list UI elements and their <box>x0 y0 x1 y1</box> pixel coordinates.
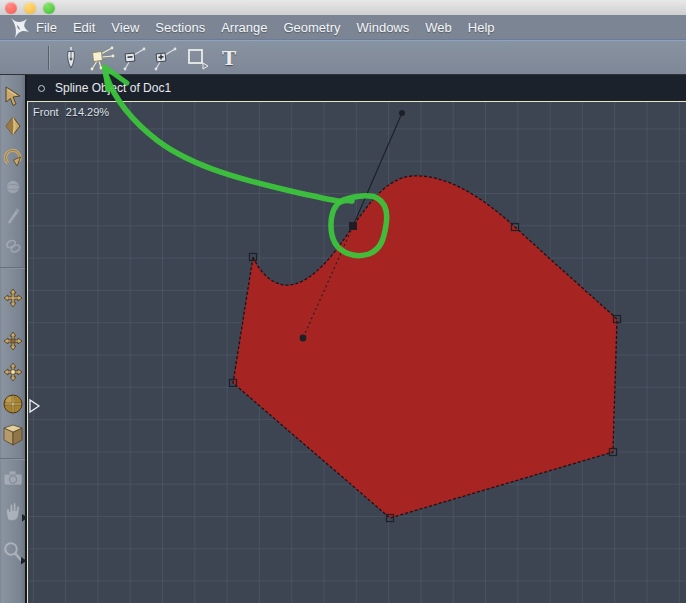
viewport-state-icon <box>38 85 45 92</box>
text-tool-icon: T <box>222 49 236 68</box>
camera-tool-disabled <box>1 466 24 490</box>
app-logo-icon <box>8 17 32 39</box>
knife-icon <box>3 204 23 226</box>
menu-arrange[interactable]: Arrange <box>221 20 267 35</box>
move-axis-icon <box>3 330 23 352</box>
sphere-tool-disabled <box>1 175 24 199</box>
add-point-tool-button[interactable] <box>150 44 178 72</box>
pen-tool-button[interactable] <box>57 44 85 72</box>
pen-icon <box>60 45 82 71</box>
lasso-select-tool[interactable] <box>1 114 24 138</box>
move-sphere-tool[interactable] <box>1 392 24 416</box>
control-point-selected[interactable] <box>350 223 357 230</box>
knife-tool-disabled <box>1 203 24 227</box>
viewport-canvas[interactable]: Front 214.29% <box>27 101 686 603</box>
move-snap-icon <box>3 361 23 383</box>
toolbar-divider <box>48 46 49 70</box>
tangent-handle-lower[interactable] <box>300 335 307 342</box>
minimize-window-button[interactable] <box>24 2 36 14</box>
rotate-icon <box>3 146 23 168</box>
application-window: File Edit View Sections Arrange Geometry… <box>0 0 686 603</box>
menu-web[interactable]: Web <box>425 20 452 35</box>
camera-icon <box>2 466 24 490</box>
rectangle-icon <box>184 45 210 71</box>
magnifier-icon <box>2 540 24 564</box>
tangent-handle-upper[interactable] <box>399 110 405 116</box>
box-view-tool[interactable] <box>1 424 24 448</box>
viewport-header[interactable]: Spline Object of Doc1 <box>27 75 686 101</box>
move-snap-tool[interactable] <box>1 360 24 384</box>
zoom-window-button[interactable] <box>43 2 55 14</box>
main-area: Spline Object of Doc1 <box>0 75 686 603</box>
link-icon <box>3 235 23 257</box>
close-window-button[interactable] <box>5 2 17 14</box>
zoom-level-label: 214.29% <box>66 106 109 118</box>
hand-icon <box>2 499 24 523</box>
view-name-label: Front <box>33 106 59 118</box>
tool-sidebar <box>0 75 27 603</box>
rectangle-tool-button[interactable] <box>183 44 211 72</box>
menu-help[interactable]: Help <box>468 20 495 35</box>
point-edit-tool-button[interactable] <box>87 44 115 72</box>
spline-toolbar: T <box>0 40 686 75</box>
spline-scene <box>28 102 686 603</box>
point-edit-icon <box>87 44 115 72</box>
window-titlebar <box>0 0 686 15</box>
menu-file[interactable]: File <box>36 20 57 35</box>
move-axis-tool[interactable] <box>1 329 24 353</box>
sphere-icon <box>3 176 23 198</box>
menu-geometry[interactable]: Geometry <box>283 20 340 35</box>
menu-bar: File Edit View Sections Arrange Geometry… <box>0 15 686 40</box>
delete-point-tool-button[interactable] <box>119 44 147 72</box>
menu-edit[interactable]: Edit <box>73 20 95 35</box>
view-info: Front 214.29% <box>33 106 109 118</box>
text-tool-button[interactable]: T <box>215 44 243 72</box>
menu-view[interactable]: View <box>111 20 139 35</box>
move-sphere-icon <box>2 392 24 416</box>
rotate-tool[interactable] <box>1 145 24 169</box>
viewport: Spline Object of Doc1 <box>27 75 686 603</box>
lasso-select-icon <box>3 115 23 137</box>
move-cross-icon <box>3 287 23 309</box>
select-arrow-tool[interactable] <box>1 84 24 108</box>
link-tool-disabled <box>1 234 24 258</box>
menu-windows[interactable]: Windows <box>357 20 410 35</box>
delete-point-icon <box>119 44 147 72</box>
viewport-title: Spline Object of Doc1 <box>55 81 171 95</box>
zoom-magnifier-tool-disabled <box>1 540 24 564</box>
move-tool[interactable] <box>1 286 24 310</box>
box-view-icon <box>2 424 24 448</box>
menu-sections[interactable]: Sections <box>155 20 205 35</box>
pan-hand-tool-disabled <box>1 499 24 523</box>
add-point-icon <box>150 44 178 72</box>
sidebar-divider <box>0 267 25 269</box>
sidebar-divider <box>0 458 25 460</box>
select-arrow-icon <box>3 85 23 107</box>
